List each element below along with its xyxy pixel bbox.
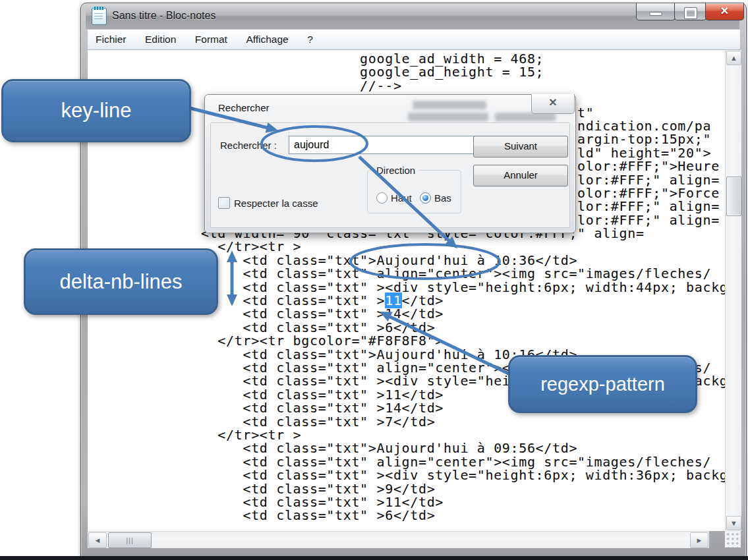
code-line: <td class="txt" >9</td> — [92, 482, 725, 495]
arrow-up-icon: ▲ — [730, 54, 737, 62]
maximize-icon — [685, 8, 697, 18]
menu-fichier[interactable]: Fichier — [88, 30, 134, 45]
callout-delta-nb-lines: delta-nb-lines — [24, 248, 218, 315]
blurred-text — [408, 113, 488, 121]
notepad-icon — [92, 8, 107, 25]
code-line: <td class="txt">Aujourd'hui à 09:56</td> — [92, 441, 725, 455]
menu-affichage[interactable]: Affichage — [238, 30, 296, 45]
code-line: <td class="txt" >7</td> — [92, 415, 725, 428]
search-input[interactable] — [289, 136, 487, 154]
code-line: </tr><tr > — [92, 428, 725, 441]
code-line: google_ad_height = 15; — [92, 65, 725, 78]
dialog-close-button[interactable]: ✕ — [531, 94, 575, 114]
radio-bas[interactable] — [420, 192, 431, 204]
callout-regexp-pattern: regexp-pattern — [508, 355, 697, 413]
suivant-button[interactable]: Suivant — [473, 136, 568, 157]
code-line: <td class="txt" align="center"><img src=… — [92, 455, 725, 468]
resize-grip[interactable] — [725, 531, 741, 547]
code-line: google_ad_width = 468; — [92, 52, 725, 65]
page: { "window": { "title": "Sans titre - Blo… — [0, 0, 748, 560]
match-case-label[interactable]: Respecter la casse — [234, 198, 318, 209]
arrow-left-icon: ◄ — [94, 536, 101, 544]
dialog-title: Rechercher — [218, 102, 270, 113]
dialog-body: Rechercher : Suivant Annuler Direction H… — [210, 123, 570, 228]
arrow-down-icon: ▼ — [730, 519, 737, 527]
page-bottom-border — [0, 556, 748, 560]
code-line: <td class="txt" >6</td> — [92, 321, 725, 334]
scroll-right-button[interactable]: ► — [690, 532, 708, 548]
scroll-down-button[interactable]: ▼ — [726, 516, 741, 530]
menu-format[interactable]: Format — [187, 30, 235, 45]
radio-haut[interactable] — [376, 192, 388, 204]
horizontal-scroll-thumb[interactable]: ||| — [108, 532, 152, 548]
scroll-left-button[interactable]: ◄ — [88, 532, 107, 548]
code-line: <td class="txt" >11</td> — [92, 495, 725, 509]
menu-bar: Fichier Edition Format Affichage ? — [88, 30, 740, 50]
annuler-button[interactable]: Annuler — [473, 165, 568, 186]
code-line: <td class="txt" >6</td> — [92, 509, 725, 522]
close-icon: ✕ — [706, 5, 743, 17]
window-title: Sans titre - Bloc-notes — [112, 10, 216, 22]
direction-group: Direction Haut Bas — [367, 170, 461, 213]
menu-help[interactable]: ? — [299, 30, 321, 45]
callout-label: key-line — [61, 99, 132, 123]
vertical-scrollbar[interactable]: ▲ ▼ — [725, 50, 741, 531]
blurred-text — [413, 101, 486, 109]
callout-key-line: key-line — [1, 79, 191, 142]
grip-dots-icon: ||| — [126, 536, 134, 544]
vertical-scroll-thumb[interactable] — [726, 177, 741, 216]
maximize-button[interactable] — [674, 3, 706, 20]
find-dialog: Rechercher ✕ Rechercher : Suivant Annule… — [204, 94, 576, 233]
search-label: Rechercher : — [220, 140, 277, 151]
callout-label: delta-nb-lines — [59, 270, 182, 294]
close-button[interactable]: ✕ — [705, 3, 744, 20]
radio-haut-label[interactable]: Haut — [391, 192, 412, 204]
minimize-button[interactable] — [636, 3, 676, 20]
horizontal-scrollbar[interactable]: ◄ ||| ► — [88, 531, 709, 548]
code-line: <td class="txt" ><div style="height:6px;… — [92, 468, 725, 482]
menu-edition[interactable]: Edition — [137, 30, 184, 45]
direction-label: Direction — [373, 165, 418, 176]
callout-label: regexp-pattern — [540, 374, 665, 395]
match-case-checkbox[interactable] — [218, 197, 230, 209]
code-line: </tr><tr bgcolor="#F8F8F8"> — [92, 334, 725, 347]
minimize-icon — [650, 12, 662, 16]
scroll-up-button[interactable]: ▲ — [726, 51, 741, 65]
radio-bas-label[interactable]: Bas — [434, 192, 451, 204]
arrow-right-icon: ► — [696, 536, 703, 544]
